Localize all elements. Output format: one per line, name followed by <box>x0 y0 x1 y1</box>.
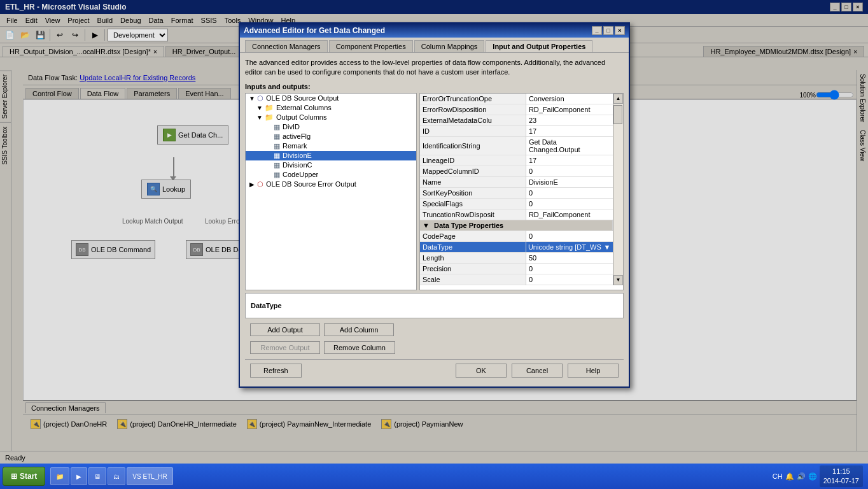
modal-tab-component-properties[interactable]: Component Properties <box>329 40 413 52</box>
prop-row-7: Name DivisionE <box>420 176 613 187</box>
label-4: activeFlg <box>283 132 311 140</box>
start-button[interactable]: ⊞ Start <box>3 467 45 486</box>
modal-maximize[interactable]: □ <box>603 26 613 35</box>
taskbar-item-vs[interactable]: VS ETL_HR <box>127 467 172 485</box>
scroll-up-btn[interactable]: ▲ <box>613 94 623 104</box>
help-btn[interactable]: Help <box>568 364 619 378</box>
modal-tab-column-mappings[interactable]: Column Mappings <box>414 40 485 52</box>
add-column-btn[interactable]: Add Column <box>324 323 394 336</box>
prop-value-9: 0 <box>526 198 612 209</box>
prop-value-length: 50 <box>526 252 612 263</box>
add-output-btn[interactable]: Add Output <box>250 323 320 336</box>
bottom-btn-row: Refresh OK Cancel Help <box>245 359 624 381</box>
modal-tab-connection-managers[interactable]: Connection Managers <box>245 40 328 52</box>
prop-row-9: SpecialFlags 0 <box>420 198 613 209</box>
io-label: Inputs and outputs: <box>245 83 624 90</box>
modal-titlebar: Advanced Editor for Get Data Changed _ □… <box>240 24 629 38</box>
expand-5 <box>265 143 272 150</box>
label-1: External Columns <box>276 104 332 111</box>
tree-item-6[interactable]: ▦ DivisionE <box>246 151 416 160</box>
prop-name-scale: Scale <box>420 274 526 285</box>
prop-row-5: LineageID 17 <box>420 155 613 166</box>
start-label: Start <box>20 472 37 481</box>
label-3: DivID <box>283 123 300 131</box>
prop-row-3: ID 17 <box>420 125 613 136</box>
tree-item-3[interactable]: ▦ DivID <box>246 122 416 132</box>
label-6: DivisionE <box>283 152 312 159</box>
props-scrollbar: ▲ ▼ <box>613 94 623 285</box>
prop-row-1: ErrorRowDisposition RD_FailComponent <box>420 104 613 115</box>
prop-value-4: Get Data Changed.Output <box>526 136 612 155</box>
prop-name-1: ErrorRowDisposition <box>420 104 526 115</box>
datatype-value: Unicode string [DT_WS <box>528 243 601 251</box>
expand-3 <box>265 124 272 131</box>
props-table: ErrorOrTruncationOpe Conversion ErrorRow… <box>420 94 613 285</box>
prop-row-4: IdentificationString Get Data Changed.Ou… <box>420 136 613 155</box>
icon-9: ⬡ <box>257 180 263 188</box>
scroll-track[interactable] <box>613 104 623 275</box>
prop-value-0: Conversion <box>526 94 612 104</box>
tree-item-1[interactable]: ▼ 📁 External Columns <box>246 103 416 113</box>
prop-name-9: SpecialFlags <box>420 198 526 209</box>
label-0: OLE DB Source Output <box>266 94 339 102</box>
prop-value-10: RD_FailComponent <box>526 209 612 220</box>
expand-6 <box>265 152 272 159</box>
tree-item-0[interactable]: ▼ ⬡ OLE DB Source Output <box>246 94 416 103</box>
sys-icon-3: 🌐 <box>808 472 817 481</box>
prop-name-3: ID <box>420 125 526 136</box>
section-expand-icon[interactable]: ▼ <box>423 222 430 229</box>
taskbar-item-2[interactable]: 🖥 <box>88 467 106 485</box>
action-btn-row2: Remove Output Remove Column <box>245 339 624 357</box>
prop-name-8: SortKeyPosition <box>420 187 526 198</box>
label-2: Output Columns <box>276 113 326 121</box>
expand-1[interactable]: ▼ <box>256 104 263 111</box>
prop-row-precision: Precision 0 <box>420 263 613 274</box>
props-scroll-wrapper: ErrorOrTruncationOpe Conversion ErrorRow… <box>420 94 623 285</box>
expand-0[interactable]: ▼ <box>248 95 256 102</box>
modal-minimize[interactable]: _ <box>592 26 602 35</box>
modal-body: The advanced editor provides access to t… <box>240 53 629 386</box>
prop-row-2: ExternalMetadataColu 23 <box>420 115 613 125</box>
taskbar-right: CH 🔔 🔊 🌐 11:15 2014-07-17 <box>773 465 868 488</box>
tree-item-4[interactable]: ▦ activeFlg <box>246 132 416 141</box>
icon-6: ▦ <box>274 152 280 160</box>
taskbar-item-1[interactable]: ▶ <box>71 467 87 485</box>
taskbar-item-0[interactable]: 📁 <box>50 467 69 485</box>
remove-output-btn[interactable]: Remove Output <box>250 341 320 354</box>
expand-9[interactable]: ▶ <box>248 181 256 188</box>
prop-name-7: Name <box>420 176 526 187</box>
icon-5: ▦ <box>274 142 280 150</box>
tree-item-9[interactable]: ▶ ⬡ OLE DB Source Error Output <box>246 180 416 189</box>
clock: 11:15 2014-07-17 <box>820 465 863 488</box>
expand-2[interactable]: ▼ <box>256 114 263 121</box>
action-btn-row: Add Output Add Column <box>245 321 624 339</box>
icon-3: ▦ <box>274 123 280 131</box>
taskbar-item-3[interactable]: 🗂 <box>108 467 125 485</box>
datatype-dropdown[interactable]: Unicode string [DT_WS ▼ <box>526 243 613 252</box>
modal-tab-io-properties[interactable]: Input and Output Properties <box>486 40 592 52</box>
prop-value-codepage: 0 <box>526 230 612 241</box>
taskbar-items: 📁 ▶ 🖥 🗂 VS ETL_HR <box>50 467 172 485</box>
modal-close[interactable]: × <box>615 26 625 35</box>
scroll-down-btn[interactable]: ▼ <box>613 275 623 285</box>
refresh-btn[interactable]: Refresh <box>250 364 302 378</box>
tree-item-7[interactable]: ▦ DivisionC <box>246 160 416 170</box>
scroll-thumb[interactable] <box>613 105 622 124</box>
sys-icon-1: 🔔 <box>785 472 794 481</box>
dropdown-arrow-icon[interactable]: ▼ <box>604 243 611 251</box>
cancel-btn[interactable]: Cancel <box>512 364 563 378</box>
icon-7: ▦ <box>274 161 280 169</box>
tree-item-2[interactable]: ▼ 📁 Output Columns <box>246 113 416 122</box>
ok-btn[interactable]: OK <box>456 364 507 378</box>
tree-item-8[interactable]: ▦ CodeUpper <box>246 170 416 180</box>
prop-value-6: 0 <box>526 166 612 176</box>
datatype-info-section: DataType <box>245 293 624 318</box>
prop-value-datatype: Unicode string [DT_WS ▼ <box>526 241 612 252</box>
clock-time: 11:15 <box>823 467 859 476</box>
remove-column-btn[interactable]: Remove Column <box>324 341 395 354</box>
prop-row-datatype[interactable]: DataType Unicode string [DT_WS ▼ <box>420 241 613 252</box>
tree-item-5[interactable]: ▦ Remark <box>246 141 416 151</box>
prop-row-8: SortKeyPosition 0 <box>420 187 613 198</box>
tree-panel: ▼ ⬡ OLE DB Source Output ▼ 📁 External Co… <box>245 93 417 290</box>
start-icon: ⊞ <box>11 472 17 481</box>
